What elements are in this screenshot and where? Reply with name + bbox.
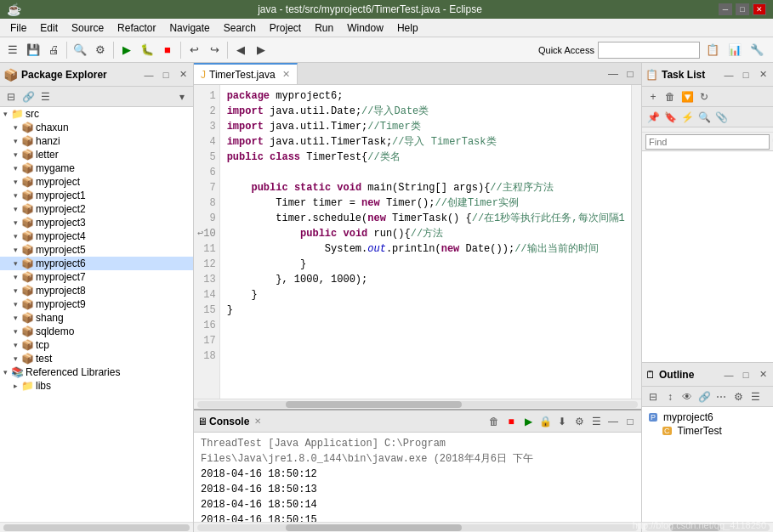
stop-button[interactable]: ■ [158, 41, 177, 59]
tree-item[interactable]: ▾📦tcp [0, 338, 193, 352]
console-maximize-icon[interactable]: □ [622, 414, 638, 429]
collapse-all-icon[interactable]: ⊟ [3, 89, 19, 105]
tree-item[interactable]: ▾📚Referenced Libraries [0, 365, 193, 379]
settings-button[interactable]: ⚙ [91, 41, 110, 59]
outline-hide-icon[interactable]: 👁 [679, 389, 695, 405]
tree-item[interactable]: ▾📦myproject6 [0, 257, 193, 270]
task-icon1[interactable]: 📌 [645, 110, 661, 125]
extra-button[interactable]: 🔧 [747, 41, 766, 59]
search-button[interactable]: 🔍 [71, 41, 89, 59]
task-icon5[interactable]: 📎 [713, 110, 729, 125]
minimize-panel-button[interactable]: — [142, 68, 156, 82]
console-run-icon[interactable]: ▶ [520, 414, 536, 429]
task-icon4[interactable]: 🔍 [696, 110, 712, 125]
menu-item-window[interactable]: Window [340, 20, 390, 36]
navigate-back-button[interactable]: ◀ [231, 41, 250, 59]
editor-tab-close[interactable]: ✕ [282, 69, 290, 80]
editor-hscroll[interactable] [194, 399, 641, 409]
print-button[interactable]: 🖨 [44, 41, 63, 59]
outline-more-icon[interactable]: ⋯ [713, 389, 729, 405]
pkg-expand-icon[interactable]: ▾ [174, 89, 190, 105]
tree-item[interactable]: ▾📦myproject9 [0, 297, 193, 311]
menu-item-refactor[interactable]: Refactor [111, 20, 162, 36]
tree-item[interactable]: ▾📦myproject8 [0, 284, 193, 297]
tree-item[interactable]: ▾📦myproject3 [0, 216, 193, 229]
pkg-tree-hscroll[interactable] [0, 522, 193, 532]
outline-close[interactable]: ✕ [756, 368, 770, 382]
tree-item[interactable]: ▾📦sqldemo [0, 325, 193, 338]
tree-item[interactable]: ▸📁libs [0, 379, 193, 393]
menu-item-search[interactable]: Search [217, 20, 263, 36]
editor-maximize-icon[interactable]: □ [622, 66, 638, 82]
menu-item-run[interactable]: Run [308, 20, 340, 36]
outline-minimize[interactable]: — [722, 368, 736, 382]
navigate-forward-button[interactable]: ▶ [252, 41, 270, 59]
task-list-maximize[interactable]: □ [739, 68, 753, 82]
console-menu-icon[interactable]: ☰ [588, 414, 604, 429]
maximize-panel-button[interactable]: □ [159, 68, 173, 82]
editor-vscroll[interactable] [631, 85, 641, 399]
run-button[interactable]: ▶ [117, 41, 136, 59]
console-scroll-lock-icon[interactable]: 🔒 [537, 414, 553, 429]
tree-item[interactable]: ▾📁src [0, 107, 193, 121]
code-editor[interactable]: 123456789↩101112131415161718 package myp… [194, 85, 641, 399]
new-button[interactable]: ☰ [3, 41, 22, 59]
console-clear-icon[interactable]: 🗑 [486, 414, 502, 429]
close-panel-button[interactable]: ✕ [176, 68, 190, 82]
task-list-close[interactable]: ✕ [756, 68, 770, 82]
task-icon3[interactable]: ⚡ [679, 110, 695, 125]
tree-item[interactable]: ▾📦myproject1 [0, 189, 193, 202]
tree-item[interactable]: ▾📦chaxun [0, 121, 193, 134]
close-button[interactable]: ✕ [753, 3, 766, 15]
menu-item-help[interactable]: Help [390, 20, 425, 36]
link-with-editor-icon[interactable]: 🔗 [20, 89, 36, 105]
task-delete-icon[interactable]: 🗑 [662, 89, 678, 105]
task-refresh-icon[interactable]: ↻ [696, 89, 712, 105]
tree-item[interactable]: ▾📦shang [0, 311, 193, 325]
console-settings-icon[interactable]: ⚙ [571, 414, 587, 429]
menu-item-file[interactable]: File [3, 20, 33, 36]
menu-item-navigate[interactable]: Navigate [162, 20, 216, 36]
perspective-button[interactable]: 📋 [703, 41, 722, 59]
tree-item[interactable]: ▾📦myproject7 [0, 270, 193, 284]
quick-access-input[interactable] [598, 42, 700, 59]
console-scroll-end-icon[interactable]: ⬇ [554, 414, 570, 429]
view-button[interactable]: 📊 [725, 41, 744, 59]
minimize-button[interactable]: ─ [719, 3, 732, 15]
task-list-minimize[interactable]: — [722, 68, 736, 82]
task-new-icon[interactable]: + [645, 89, 661, 105]
outline-maximize[interactable]: □ [739, 368, 753, 382]
tree-item[interactable]: ▾📦myproject4 [0, 229, 193, 243]
console-stop-icon[interactable]: ■ [503, 414, 519, 429]
outline-hscroll[interactable] [642, 522, 773, 532]
outline-link-icon[interactable]: 🔗 [696, 389, 712, 405]
maximize-button[interactable]: □ [736, 3, 749, 15]
debug-button[interactable]: 🐛 [138, 41, 156, 59]
tree-item[interactable]: ▾📦myproject5 [0, 243, 193, 257]
outline-collapse-icon[interactable]: ⊟ [645, 389, 661, 405]
tree-item[interactable]: ▾📦letter [0, 148, 193, 161]
redo-button[interactable]: ↪ [205, 41, 224, 59]
pkg-menu-icon[interactable]: ☰ [37, 89, 53, 105]
tree-item[interactable]: ▾📦myproject [0, 175, 193, 189]
menu-item-project[interactable]: Project [263, 20, 308, 36]
menu-item-source[interactable]: Source [65, 20, 111, 36]
task-icon2[interactable]: 🔖 [662, 110, 678, 125]
editor-tab-timertest[interactable]: J TimerTest.java ✕ [194, 63, 298, 84]
editor-minimize-icon[interactable]: — [605, 66, 621, 82]
tree-item[interactable]: ▾📦myproject2 [0, 202, 193, 216]
tree-item[interactable]: ▾📦test [0, 352, 193, 365]
menu-item-edit[interactable]: Edit [33, 20, 65, 36]
outline-settings-icon[interactable]: ⚙ [730, 389, 746, 405]
outline-sort-icon[interactable]: ↕ [662, 389, 678, 405]
outline-expand-icon[interactable]: ☰ [747, 389, 763, 405]
tree-item[interactable]: ▾📦hanzi [0, 134, 193, 148]
console-minimize-icon[interactable]: — [605, 414, 621, 429]
task-find-input[interactable] [645, 134, 770, 150]
tree-item[interactable]: ▾📦mygame [0, 161, 193, 175]
console-hscroll[interactable] [194, 522, 641, 532]
code-content[interactable]: package myproject6;import java.util.Date… [220, 85, 631, 399]
outline-item[interactable]: C TimerTest [645, 424, 770, 438]
undo-button[interactable]: ↩ [185, 41, 203, 59]
outline-item[interactable]: P myproject6 [645, 410, 770, 424]
